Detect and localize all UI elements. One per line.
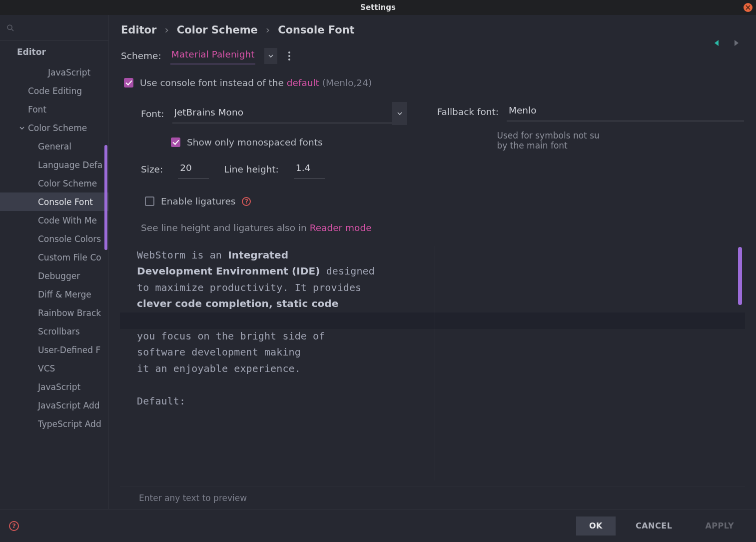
line-height-input[interactable] [294,160,325,179]
settings-main: Editor › Color Scheme › Console Font Sch… [109,15,756,509]
window-close-button[interactable] [744,3,753,12]
tree-item-label: VCS [38,364,55,374]
tree-item-label: Font [28,104,46,114]
ligatures-help-icon[interactable]: ? [242,197,251,206]
tree-item[interactable]: Font [0,100,108,118]
tree-item[interactable]: Custom File Co [0,248,108,266]
tree-item[interactable]: Code With Me [0,211,108,230]
reader-mode-hint: See line height and ligatures also in [141,222,310,233]
sidebar-scrollbar[interactable] [104,145,107,250]
tree-item[interactable]: Console Font [0,192,108,211]
crumb-editor[interactable]: Editor [121,24,156,36]
tree-item[interactable]: JavaScript [0,63,108,82]
scheme-dropdown[interactable]: Material Palenight [170,47,256,64]
tree-item[interactable]: Console Colors [0,230,108,248]
tree-item-label: Color Scheme [28,123,87,133]
scheme-actions-button[interactable] [286,48,292,64]
tree-item[interactable]: Language Defa [0,156,108,174]
tree-item[interactable]: Scrollbars [0,322,108,340]
chevron-down-icon [268,53,274,59]
tree-item-label: Custom File Co [38,252,101,262]
tree-item-label: Diff & Merge [38,290,91,300]
monospaced-only-checkbox[interactable] [171,138,180,147]
tree-item[interactable]: Color Scheme [0,174,108,192]
size-label: Size: [141,164,163,174]
tree-item-label: Scrollbars [38,326,80,336]
tree-header-editor[interactable]: Editor [0,41,108,63]
tree-item[interactable]: JavaScript [0,378,108,396]
apply-button[interactable]: APPLY [692,516,747,536]
font-preview: WebStorm is an Integrated Development En… [120,240,745,486]
monospaced-only-label: Show only monospaced fonts [187,137,323,148]
crumb-console-font: Console Font [278,24,354,36]
titlebar: Settings [0,0,756,15]
preview-input[interactable] [120,486,745,509]
settings-sidebar: Editor JavaScriptCode EditingFontColor S… [0,15,109,509]
tree-item-label: Console Font [38,197,93,207]
tree-item-label: Rainbow Brack [38,308,101,318]
tree-item-label: TypeScript Add [38,419,101,429]
size-input[interactable] [178,160,209,179]
sidebar-search[interactable] [0,15,108,41]
reader-mode-link[interactable]: Reader mode [310,222,372,233]
nav-forward-button[interactable] [731,38,741,50]
default-font-link[interactable]: default [287,78,319,88]
tree-item[interactable]: VCS [0,359,108,378]
nav-back-button[interactable] [712,38,722,50]
close-icon [746,5,751,10]
tree-item-label: Console Colors [38,234,101,244]
font-dropdown[interactable] [172,104,392,124]
line-height-label: Line height: [224,164,279,174]
tree-item-label: JavaScript [38,382,80,392]
preview-scrollbar[interactable] [738,247,742,305]
chevron-right-icon: › [266,24,270,36]
scheme-dropdown-button[interactable] [264,48,277,64]
chevron-down-icon [18,125,26,131]
tree-item-label: User-Defined F [38,345,100,355]
crumb-color-scheme[interactable]: Color Scheme [177,24,258,36]
tree-item[interactable]: User-Defined F [0,340,108,359]
tree-item[interactable]: Rainbow Brack [0,304,108,322]
tree-item-label: Color Scheme [38,178,97,188]
settings-tree: Editor JavaScriptCode EditingFontColor S… [0,41,108,509]
help-button[interactable]: ? [9,521,19,531]
tree-item[interactable]: JavaScript Add [0,396,108,414]
scheme-label: Scheme: [121,50,161,61]
dialog-buttons: ? OK CANCEL APPLY [0,509,756,542]
chevron-right-icon: › [164,24,168,36]
svg-line-1 [11,29,13,31]
cancel-button[interactable]: CANCEL [623,516,685,536]
tree-item[interactable]: Color Scheme [0,118,108,137]
font-label: Font: [141,108,164,119]
tree-item-label: Debugger [38,271,80,281]
preview-current-line [120,312,745,329]
tree-item-label: Code With Me [38,216,97,226]
fallback-font-label: Fallback font: [437,106,499,117]
tree-item-label: Code Editing [28,86,82,96]
chevron-down-icon [397,110,403,116]
fallback-font-dropdown[interactable] [507,102,744,122]
tree-item-label: JavaScript [48,68,90,78]
use-console-font-checkbox[interactable] [124,78,133,88]
tree-item[interactable]: TypeScript Add [0,414,108,433]
tree-item-label: JavaScript Add [38,400,100,410]
breadcrumb: Editor › Color Scheme › Console Font [109,15,756,40]
tree-item[interactable]: Debugger [0,266,108,285]
ligatures-label: Enable ligatures [161,196,235,206]
fallback-note: Used for symbols not su by the main font [497,130,744,150]
ok-button[interactable]: OK [576,516,616,536]
font-dropdown-button[interactable] [392,102,407,125]
window-title: Settings [360,3,396,12]
tree-item-label: General [38,142,71,152]
tree-item[interactable]: General [0,137,108,156]
tree-item-label: Language Defa [38,160,102,170]
ligatures-checkbox[interactable] [145,196,154,206]
preview-wrap-guide [435,246,435,480]
tree-item[interactable]: Diff & Merge [0,285,108,304]
use-console-font-label: Use console font instead of the default … [140,78,372,88]
search-icon [6,24,15,32]
tree-item[interactable]: Code Editing [0,82,108,100]
svg-point-0 [7,25,12,30]
